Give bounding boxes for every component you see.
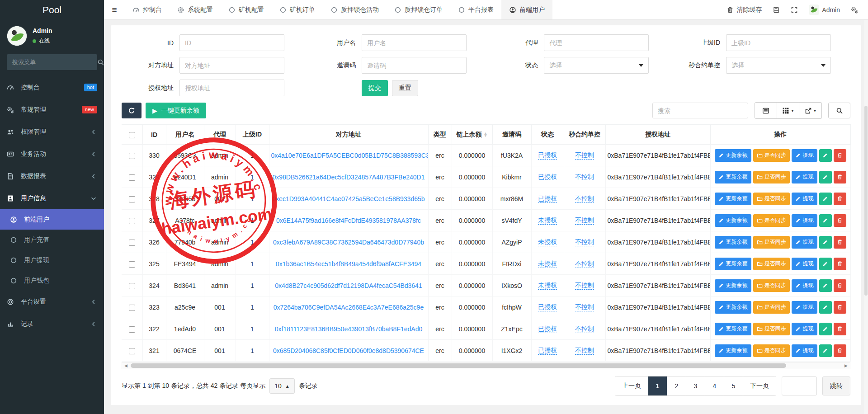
topnav-tab-矿机配置[interactable]: 矿机配置	[221, 0, 272, 19]
update-balance-button[interactable]: 更新余额	[715, 214, 751, 227]
sidebar-search-input[interactable]	[7, 59, 97, 66]
sync-button[interactable]: 是否同步	[753, 258, 790, 270]
address-link[interactable]: 0xec1D993A40441C4ae07425a5BeCe1e58B933d6…	[272, 195, 425, 202]
edit-button[interactable]	[819, 301, 832, 314]
page-button-3[interactable]: 3	[686, 376, 705, 395]
address-link[interactable]: 0x4d8B27c4c905d62df7d12198DA4fecaC54Bd36…	[275, 282, 422, 289]
page-button-5[interactable]: 5	[724, 376, 743, 395]
update-balance-button[interactable]: 更新余额	[715, 236, 751, 249]
select-all-checkbox[interactable]	[129, 132, 135, 138]
status-editable-link[interactable]: 已授权	[538, 173, 557, 181]
status-editable-link[interactable]: 已授权	[538, 325, 557, 333]
filter-input-对方地址[interactable]	[179, 57, 284, 74]
contract_control-editable-link[interactable]: 不控制	[575, 238, 594, 246]
menu-toggle-icon[interactable]: ≡	[104, 0, 125, 19]
update-all-balance-button[interactable]: ▶一键更新余额	[146, 103, 206, 118]
filter-input-上级ID[interactable]	[726, 34, 831, 51]
address-link[interactable]: 0x1b36ac1B54ec51b4f8B49a454d6f9a8fACFE34…	[276, 260, 421, 268]
withdraw-button[interactable]: 提现	[792, 171, 817, 183]
update-balance-button[interactable]: 更新余额	[715, 149, 751, 162]
advanced-search-button[interactable]	[828, 103, 850, 118]
contract_control-editable-link[interactable]: 不控制	[575, 325, 594, 333]
sync-button[interactable]: 是否同步	[753, 149, 790, 162]
delete-button[interactable]	[834, 301, 846, 314]
sidebar-item-权限管理[interactable]: 权限管理	[0, 121, 104, 143]
filter-input-ID[interactable]	[179, 34, 284, 51]
withdraw-button[interactable]: 提现	[792, 279, 817, 292]
delete-button[interactable]	[834, 236, 846, 249]
sync-button[interactable]: 是否同步	[753, 279, 790, 292]
page-scrollbar-thumb[interactable]	[864, 106, 868, 296]
filter-input-代理[interactable]	[544, 34, 649, 51]
contract_control-editable-link[interactable]: 不控制	[575, 173, 594, 181]
status-editable-link[interactable]: 已授权	[538, 195, 557, 203]
topnav-tab-前端用户[interactable]: 前端用户	[501, 0, 552, 19]
update-balance-button[interactable]: 更新余额	[715, 193, 751, 205]
topnav-tab-矿机订单[interactable]: 矿机订单	[272, 0, 323, 19]
sidebar-search-button[interactable]	[97, 59, 104, 66]
submit-button[interactable]: 提交	[362, 80, 388, 96]
page-size-dropdown[interactable]: 10▲	[269, 378, 294, 394]
address-link[interactable]: 0x4a10e70E6a1DF5A5CEBC0d05B1D75C8B388593…	[271, 152, 429, 159]
update-balance-button[interactable]: 更新余额	[715, 171, 751, 183]
address-link[interactable]: 0x6E14A75f9ad166e8f4FcDfdE493581978AA378…	[276, 217, 421, 224]
page-button-2[interactable]: 2	[667, 376, 686, 395]
horizontal-scrollbar[interactable]: ◀ ▶	[122, 362, 850, 369]
sidebar-item-用户钱包[interactable]: 用户钱包	[0, 270, 104, 291]
sidebar-item-记录[interactable]: 记录	[0, 313, 104, 335]
export-button[interactable]: ▾	[799, 103, 821, 118]
sync-button[interactable]: 是否同步	[753, 214, 790, 227]
page-scrollbar[interactable]	[864, 20, 868, 414]
contract_control-editable-link[interactable]: 不控制	[575, 195, 594, 203]
edit-button[interactable]	[819, 323, 832, 335]
status-editable-link[interactable]: 未授权	[538, 260, 557, 268]
topnav-tab-质押锁仓订单[interactable]: 质押锁仓订单	[387, 0, 450, 19]
edit-button[interactable]	[819, 149, 832, 162]
withdraw-button[interactable]: 提现	[792, 344, 817, 357]
detail-view-button[interactable]	[755, 103, 777, 118]
topnav-tab-平台报表[interactable]: 平台报表	[450, 0, 501, 19]
prev-page-button[interactable]: 上一页	[615, 376, 648, 395]
sync-button[interactable]: 是否同步	[753, 171, 790, 183]
withdraw-button[interactable]: 提现	[792, 301, 817, 314]
sync-button[interactable]: 是否同步	[753, 193, 790, 205]
row-checkbox[interactable]	[129, 153, 135, 159]
row-checkbox[interactable]	[129, 261, 135, 268]
status-editable-link[interactable]: 未授权	[538, 282, 557, 290]
address-link[interactable]: 0x7264ba706C9efDA54Ac2668E4c3A7eE686a25c…	[274, 304, 424, 311]
delete-button[interactable]	[834, 344, 846, 357]
edit-button[interactable]	[819, 279, 832, 292]
contract_control-editable-link[interactable]: 不控制	[575, 151, 594, 160]
row-checkbox[interactable]	[129, 218, 135, 224]
sidebar-item-用户信息[interactable]: 用户信息	[0, 187, 104, 209]
sync-button[interactable]: 是否同步	[753, 344, 790, 357]
sync-button[interactable]: 是否同步	[753, 236, 790, 249]
topnav-tab-质押锁仓活动[interactable]: 质押锁仓活动	[323, 0, 387, 19]
status-editable-link[interactable]: 未授权	[538, 216, 557, 225]
row-checkbox[interactable]	[129, 326, 135, 333]
sidebar-item-数据报表[interactable]: 数据报表	[0, 165, 104, 187]
contract_control-editable-link[interactable]: 不控制	[575, 260, 594, 268]
topnav-tab-控制台[interactable]: 控制台	[125, 0, 170, 19]
row-checkbox[interactable]	[129, 348, 135, 354]
update-balance-button[interactable]: 更新余额	[715, 258, 751, 270]
sidebar-item-前端用户[interactable]: 前端用户	[0, 209, 104, 230]
sidebar-item-平台设置[interactable]: 平台设置	[0, 291, 104, 313]
withdraw-button[interactable]: 提现	[792, 236, 817, 249]
sort-icon[interactable]: ▲▼	[484, 132, 488, 137]
scrollbar-thumb[interactable]	[131, 363, 786, 368]
filter-input-授权地址[interactable]	[179, 80, 284, 96]
next-page-button[interactable]: 下一页	[743, 376, 776, 395]
delete-button[interactable]	[834, 279, 846, 292]
sync-button[interactable]: 是否同步	[753, 323, 790, 335]
delete-button[interactable]	[834, 171, 846, 183]
page-button-1[interactable]: 1	[648, 376, 667, 395]
edit-button[interactable]	[819, 236, 832, 249]
log-button[interactable]	[773, 6, 780, 14]
jump-page-input[interactable]	[782, 376, 817, 395]
withdraw-button[interactable]: 提现	[792, 258, 817, 270]
sidebar-item-用户提现[interactable]: 用户提现	[0, 250, 104, 270]
table-search-input[interactable]	[652, 103, 748, 118]
update-balance-button[interactable]: 更新余额	[715, 279, 751, 292]
status-editable-link[interactable]: 已授权	[538, 151, 557, 160]
